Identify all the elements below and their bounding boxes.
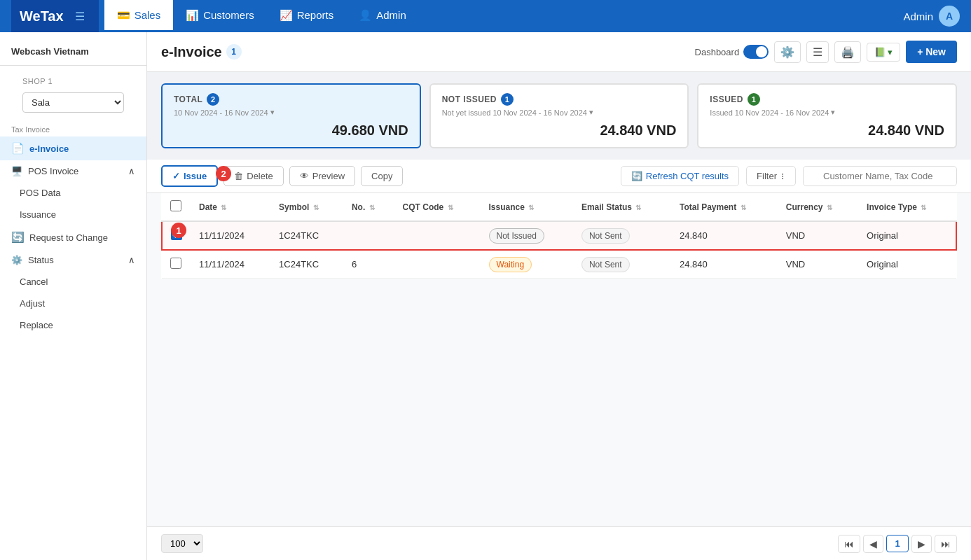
tax-invoice-label: Tax Invoice (0, 117, 146, 136)
col-currency[interactable]: Currency ⇅ (778, 193, 858, 221)
shop-select[interactable]: Sala (22, 92, 124, 113)
sidebar-item-adjust[interactable]: Adjust (8, 293, 146, 314)
currency-sort-icon: ⇅ (827, 204, 832, 211)
last-page-button[interactable]: ⏭ (935, 535, 957, 553)
summary-card-not-issued[interactable]: NOT ISSUED 1 Not yet issued 10 Nov 2024 … (429, 83, 689, 148)
not-issued-count-badge: 1 (501, 93, 514, 106)
page-size-select[interactable]: 100 50 25 (161, 534, 203, 553)
sidebar-item-pos-invoice[interactable]: 🖥️ POS Invoice ∧ (0, 160, 146, 182)
settings-button[interactable]: ⚙️ (774, 41, 801, 63)
dashboard-toggle-switch[interactable] (743, 45, 769, 59)
issued-count-badge: 1 (748, 93, 760, 106)
col-invoice-type[interactable]: Invoice Type ⇅ (858, 193, 956, 221)
select-all-checkbox[interactable] (170, 200, 181, 211)
col-issuance[interactable]: Issuance ⇅ (481, 193, 573, 221)
row-date: 11/11/2024 (191, 250, 270, 279)
invoice-table: Date ⇅ Symbol ⇅ No. ⇅ CQT Code (161, 193, 957, 279)
pos-invoice-expand-icon: ∧ (128, 166, 135, 176)
next-page-button[interactable]: ▶ (911, 535, 932, 553)
col-date[interactable]: Date ⇅ (191, 193, 270, 221)
filter-button[interactable]: Filter ⫶ (746, 166, 796, 186)
row-total-payment: 24.840 (671, 221, 778, 250)
row-symbol: 1C24TKC (270, 221, 343, 250)
nav-tab-admin[interactable]: 👤 Admin (346, 0, 419, 32)
status-expand-icon: ∧ (128, 255, 135, 265)
issued-date-range: Issued 10 Nov 2024 - 16 Nov 2024 ▾ (710, 108, 944, 117)
prev-page-button[interactable]: ◀ (863, 535, 883, 553)
print-button[interactable]: 🖨️ (834, 41, 861, 63)
delete-button[interactable]: 🗑 Delete (223, 166, 284, 186)
preview-button[interactable]: 👁 Preview (289, 166, 355, 186)
symbol-sort-icon: ⇅ (313, 204, 319, 211)
row-no: 6 (343, 250, 394, 279)
table-wrapper: Date ⇅ Symbol ⇅ No. ⇅ CQT Code (147, 193, 971, 526)
toolbar-row: ✓ Issue 🗑 Delete 👁 Preview Copy 🔄 Refres… (147, 160, 971, 193)
first-page-button[interactable]: ⏮ (838, 535, 860, 553)
main-layout: Webcash Vietnam Shop 1 Sala Tax Invoice … (0, 32, 971, 560)
nav-tab-sales[interactable]: 💳 Sales (104, 0, 174, 32)
eye-icon: 👁 (300, 171, 309, 181)
sidebar-toggle-icon[interactable]: ☰ (69, 10, 90, 23)
copy-button[interactable]: Copy (361, 166, 403, 186)
nav-tab-reports[interactable]: 📈 Reports (267, 0, 347, 32)
e-invoice-icon: 📄 (11, 142, 24, 155)
table-row[interactable]: 11/11/2024 1C24TKC 6 Waiting Not Sent 24… (162, 250, 956, 279)
cqt-sort-icon: ⇅ (448, 204, 453, 211)
row-date: 11/11/2024 (191, 221, 270, 250)
avatar: A (939, 6, 960, 27)
total-date-range: 10 Nov 2024 - 16 Nov 2024 ▾ (174, 108, 408, 117)
trash-icon: 🗑 (234, 171, 243, 181)
col-total-payment[interactable]: Total Payment ⇅ (671, 193, 778, 221)
shop-section: Shop 1 Sala (0, 66, 146, 117)
issue-button[interactable]: ✓ Issue (161, 165, 218, 187)
new-button[interactable]: + New (906, 41, 957, 63)
sidebar-item-replace[interactable]: Replace (8, 314, 146, 336)
company-name: Webcash Vietnam (0, 41, 146, 66)
col-symbol[interactable]: Symbol ⇅ (270, 193, 343, 221)
sidebar-item-cancel[interactable]: Cancel (8, 271, 146, 293)
summary-card-issued[interactable]: ISSUED 1 Issued 10 Nov 2024 - 16 Nov 202… (697, 83, 957, 148)
not-issued-date-chevron-icon: ▾ (589, 108, 593, 117)
list-view-button[interactable]: ☰ (806, 41, 829, 63)
nav-tab-customers[interactable]: 📊 Customers (173, 0, 267, 32)
issuance-badge: Waiting (489, 257, 532, 272)
email-status-badge: Not Sent (581, 257, 630, 272)
sidebar-sub-status: Cancel Adjust Replace (0, 271, 146, 336)
toolbar-right: 🔄 Refresh CQT results Filter ⫶ 🔍 (621, 166, 957, 186)
excel-export-button[interactable]: 📗 ▾ (867, 43, 900, 62)
admin-icon: 👤 (359, 9, 372, 22)
search-input[interactable] (803, 166, 957, 186)
toolbar-left: ✓ Issue 🗑 Delete 👁 Preview Copy (161, 165, 403, 187)
table-row[interactable]: 11/11/2024 1C24TKC Not Issued Not Sent 2… (162, 221, 956, 250)
refresh-button[interactable]: 🔄 Refresh CQT results (621, 166, 739, 186)
sidebar-item-pos-data[interactable]: POS Data (8, 182, 146, 204)
sidebar-item-request-to-change[interactable]: 🔄 Request to Change (0, 225, 146, 249)
date-sort-icon: ⇅ (221, 204, 226, 211)
issuance-sort-icon: ⇅ (528, 204, 534, 211)
row-checkbox-1[interactable] (170, 258, 181, 269)
issued-date-chevron-icon: ▾ (831, 108, 835, 117)
row-total-payment: 24.840 (671, 250, 778, 279)
col-email-status[interactable]: Email Status ⇅ (573, 193, 671, 221)
request-to-change-icon: 🔄 (11, 231, 24, 244)
page-title-badge: 1 (226, 44, 242, 59)
issued-amount: 24.840 VND (710, 122, 944, 139)
search-wrapper: 🔍 (803, 166, 957, 186)
col-no[interactable]: No. ⇅ (343, 193, 394, 221)
sidebar-item-status[interactable]: ⚙️ Status ∧ (0, 249, 146, 271)
toggle-knob (756, 46, 767, 57)
sidebar-item-issuance[interactable]: Issuance (8, 204, 146, 225)
col-cqt-code[interactable]: CQT Code ⇅ (394, 193, 481, 221)
sidebar-item-e-invoice[interactable]: 📄 e-Invoice (0, 136, 146, 160)
excel-icon: 📗 (874, 47, 886, 57)
row-invoice-type: Original (858, 250, 956, 279)
row-checkbox-cell (162, 250, 191, 279)
sales-icon: 💳 (117, 9, 130, 22)
row-email-status: Not Sent (573, 221, 671, 250)
current-page: 1 (886, 535, 909, 552)
refresh-icon: 🔄 (631, 171, 642, 181)
summary-card-total[interactable]: TOTAL 2 10 Nov 2024 - 16 Nov 2024 ▾ 49.6… (161, 83, 421, 148)
row-no (343, 221, 394, 250)
logo-text: WeTax (20, 8, 64, 24)
row-symbol: 1C24TKC (270, 250, 343, 279)
